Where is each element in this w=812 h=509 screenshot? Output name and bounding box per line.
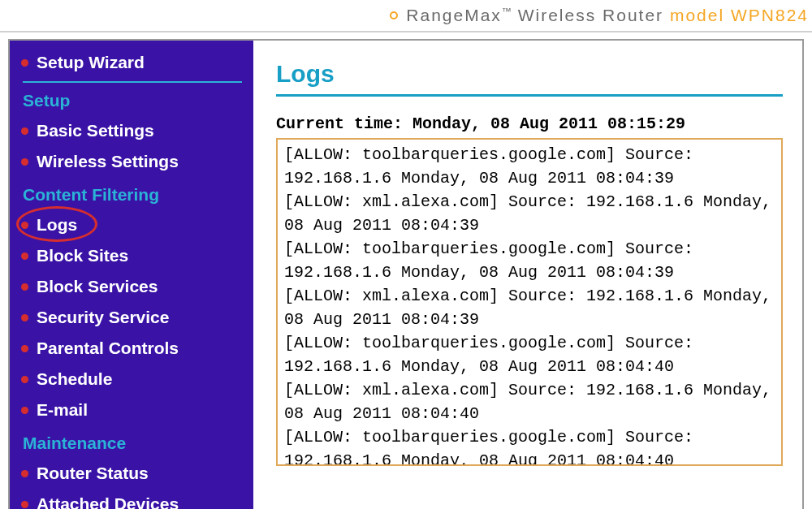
bullet-icon bbox=[21, 59, 28, 67]
sidebar-section-maintenance: Maintenance bbox=[23, 434, 253, 453]
sidebar-item-block-sites[interactable]: Block Sites bbox=[21, 240, 253, 271]
main-panel: Logs Current time: Monday, 08 Aug 2011 0… bbox=[253, 41, 802, 509]
content-frame: Setup WizardSetupBasic SettingsWireless … bbox=[8, 39, 804, 509]
log-entry: [ALLOW: xml.alexa.com] Source: 192.168.1… bbox=[284, 190, 775, 237]
sidebar-item-schedule[interactable]: Schedule bbox=[21, 364, 253, 395]
log-box: [ALLOW: toolbarqueries.google.com] Sourc… bbox=[276, 138, 783, 466]
sidebar-item-basic-settings[interactable]: Basic Settings bbox=[21, 115, 253, 146]
log-entry: [ALLOW: toolbarqueries.google.com] Sourc… bbox=[284, 143, 775, 190]
log-entry: [ALLOW: xml.alexa.com] Source: 192.168.1… bbox=[284, 378, 775, 425]
sidebar-item-wireless-settings[interactable]: Wireless Settings bbox=[21, 146, 253, 177]
current-time-label: Current time: bbox=[276, 114, 403, 133]
sidebar-section-content-filtering: Content Filtering bbox=[23, 185, 253, 205]
log-entry: [ALLOW: xml.alexa.com] Source: 192.168.1… bbox=[284, 284, 775, 331]
log-entry: [ALLOW: toolbarqueries.google.com] Sourc… bbox=[284, 237, 775, 284]
sidebar-item-label: Wireless Settings bbox=[37, 152, 179, 171]
sidebar-item-attached-devices[interactable]: Attached Devices bbox=[21, 489, 253, 509]
bullet-icon bbox=[21, 158, 28, 166]
sidebar-item-router-status[interactable]: Router Status bbox=[21, 458, 253, 489]
sidebar-item-label: Parental Controls bbox=[37, 339, 179, 358]
bullet-icon bbox=[21, 376, 28, 383]
sidebar-item-label: Attached Devices bbox=[37, 494, 179, 509]
sidebar-item-logs[interactable]: Logs bbox=[21, 209, 253, 240]
bullet-icon bbox=[21, 501, 28, 508]
sidebar-item-block-services[interactable]: Block Services bbox=[21, 271, 253, 302]
sidebar-item-email[interactable]: E-mail bbox=[21, 395, 253, 425]
bullet-icon bbox=[21, 252, 28, 260]
current-time-value: Monday, 08 Aug 2011 08:15:29 bbox=[412, 114, 685, 133]
sidebar-item-parental-controls[interactable]: Parental Controls bbox=[21, 333, 253, 364]
sidebar-scroll[interactable]: Setup WizardSetupBasic SettingsWireless … bbox=[10, 41, 253, 509]
sidebar-item-label: Block Services bbox=[37, 277, 158, 296]
sidebar-divider bbox=[23, 81, 242, 83]
bullet-icon bbox=[21, 407, 28, 414]
log-scroll[interactable]: [ALLOW: toolbarqueries.google.com] Sourc… bbox=[278, 140, 781, 464]
bullet-icon bbox=[21, 283, 28, 291]
sidebar-item-label: Setup Wizard bbox=[37, 53, 145, 72]
brand-dot-icon bbox=[390, 11, 398, 19]
sidebar: Setup WizardSetupBasic SettingsWireless … bbox=[10, 41, 253, 509]
sidebar-item-setup-wizard[interactable]: Setup Wizard bbox=[21, 47, 253, 78]
bullet-icon bbox=[21, 345, 28, 352]
sidebar-item-label: Schedule bbox=[37, 369, 112, 389]
bullet-icon bbox=[21, 470, 28, 477]
product-header: RangeMax™ Wireless Router model WPN824 bbox=[0, 0, 812, 32]
bullet-icon bbox=[21, 127, 28, 135]
bullet-icon bbox=[21, 314, 28, 321]
model-label: model WPN824 bbox=[670, 6, 809, 24]
page-title: Logs bbox=[276, 60, 783, 88]
title-rule bbox=[276, 94, 783, 97]
sidebar-item-security-service[interactable]: Security Service bbox=[21, 302, 253, 333]
current-time: Current time: Monday, 08 Aug 2011 08:15:… bbox=[276, 114, 783, 133]
sidebar-item-label: Basic Settings bbox=[37, 121, 154, 140]
sidebar-item-label: Security Service bbox=[37, 308, 169, 327]
sidebar-item-label: E-mail bbox=[37, 400, 88, 420]
brand-name: RangeMax™ Wireless Router model WPN824 bbox=[406, 6, 809, 25]
sidebar-item-label: Block Sites bbox=[37, 246, 128, 265]
sidebar-item-label: Router Status bbox=[37, 464, 149, 483]
log-entry: [ALLOW: toolbarqueries.google.com] Sourc… bbox=[284, 425, 775, 464]
bullet-icon bbox=[21, 222, 28, 229]
sidebar-section-setup: Setup bbox=[23, 91, 253, 110]
sidebar-item-label: Logs bbox=[37, 215, 77, 235]
log-entry: [ALLOW: toolbarqueries.google.com] Sourc… bbox=[284, 331, 775, 378]
